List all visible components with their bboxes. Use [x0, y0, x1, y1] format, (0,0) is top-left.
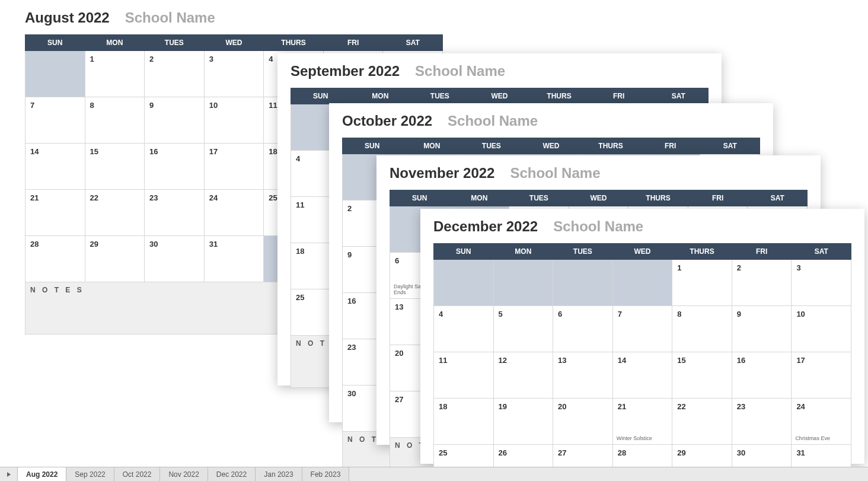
day-header: MON	[85, 35, 145, 51]
day-cell[interactable]: 19	[493, 399, 553, 445]
day-header: THURS	[529, 88, 589, 104]
tab-nav-button[interactable]	[0, 467, 18, 481]
day-header: MON	[493, 244, 553, 260]
day-number: 16	[737, 356, 787, 365]
day-header: FRI	[732, 244, 792, 260]
day-cell[interactable]: 2	[732, 260, 792, 306]
day-cell[interactable]: 1	[85, 51, 145, 97]
day-number: 30	[149, 240, 199, 249]
day-header: SUN	[434, 244, 494, 260]
sheet-tab[interactable]: Feb 2023	[302, 467, 350, 481]
day-cell[interactable]: 7	[612, 306, 672, 352]
day-cell[interactable]: 22	[85, 190, 145, 236]
day-number: 22	[90, 193, 140, 202]
sheet-tab[interactable]: Oct 2022	[114, 467, 161, 481]
day-cell[interactable]: 29	[85, 236, 145, 282]
day-cell[interactable]: 28	[25, 236, 85, 282]
day-cell[interactable]: 9	[732, 306, 792, 352]
day-header: WED	[612, 244, 672, 260]
day-cell[interactable]: 10	[204, 97, 264, 144]
svg-marker-0	[7, 472, 11, 477]
day-cell[interactable]: 15	[85, 144, 145, 190]
day-number: 14	[618, 356, 668, 365]
day-header: WED	[204, 35, 264, 51]
day-number: 12	[499, 356, 548, 365]
day-cell[interactable]: 11	[434, 352, 494, 399]
day-cell[interactable]: 21	[25, 190, 85, 236]
triangle-right-icon	[6, 472, 12, 477]
day-cell[interactable]: 3	[792, 260, 851, 306]
day-number: 11	[439, 356, 489, 365]
day-cell[interactable]: 2	[145, 51, 205, 97]
day-cell[interactable]: 24Christmas Eve	[792, 399, 851, 445]
sheet-tab-bar: Aug 2022Sep 2022Oct 2022Nov 2022Dec 2022…	[0, 467, 868, 481]
day-cell[interactable]: 5	[493, 306, 553, 352]
day-number: 27	[558, 448, 608, 457]
day-header: FRI	[323, 35, 383, 51]
sheet-tab[interactable]: Aug 2022	[18, 467, 66, 481]
sheet-tab[interactable]: Sep 2022	[66, 467, 114, 481]
day-header: THURS	[628, 190, 688, 206]
day-number: 21	[618, 402, 668, 411]
day-number: 1	[90, 55, 140, 63]
day-cell[interactable]: 7	[25, 97, 85, 144]
day-cell[interactable]	[434, 260, 494, 306]
day-number: 23	[149, 193, 199, 202]
day-number: 17	[209, 147, 259, 156]
day-cell[interactable]: 3	[204, 51, 264, 97]
day-header: THURS	[672, 244, 732, 260]
day-cell[interactable]: 9	[145, 97, 205, 144]
day-cell[interactable]	[493, 260, 553, 306]
school-name: School Name	[448, 113, 538, 129]
day-cell[interactable]: 14	[25, 144, 85, 190]
day-cell[interactable]: 24	[204, 190, 264, 236]
day-number: 6	[558, 310, 608, 318]
month-title: December 2022	[433, 218, 538, 235]
day-number: 9	[737, 310, 787, 318]
day-cell[interactable]	[553, 260, 613, 306]
day-cell[interactable]: 8	[672, 306, 732, 352]
day-cell[interactable]: 4	[434, 306, 494, 352]
sheet-tab[interactable]: Nov 2022	[160, 467, 208, 481]
day-number: 22	[677, 402, 727, 411]
day-cell[interactable]: 17	[792, 352, 851, 399]
sheet-tab[interactable]: Jan 2023	[256, 467, 302, 481]
day-cell[interactable]: 22	[672, 399, 732, 445]
day-cell[interactable]: 14	[612, 352, 672, 399]
day-number: 29	[90, 240, 140, 249]
month-title: August 2022	[25, 9, 110, 26]
day-cell[interactable]: 18	[434, 399, 494, 445]
day-number: 21	[30, 193, 80, 202]
day-number: 14	[30, 147, 80, 156]
day-number: 15	[677, 356, 727, 365]
day-cell[interactable]: 16	[732, 352, 792, 399]
day-cell[interactable]: 1	[672, 260, 732, 306]
day-number: 2	[149, 55, 199, 63]
day-cell[interactable]: 8	[85, 97, 145, 144]
day-cell[interactable]: 23	[732, 399, 792, 445]
day-cell[interactable]: 21Winter Solstice	[612, 399, 672, 445]
day-header: THURS	[264, 35, 324, 51]
day-cell[interactable]: 12	[493, 352, 553, 399]
day-header: FRI	[640, 138, 700, 154]
day-header: SAT	[700, 138, 760, 154]
day-cell[interactable]: 13	[553, 352, 613, 399]
day-header: WED	[470, 88, 529, 104]
day-cell[interactable]	[25, 51, 85, 97]
day-cell[interactable]: 20	[553, 399, 613, 445]
day-number: 2	[737, 263, 787, 272]
day-cell[interactable]: 30	[145, 236, 205, 282]
sheet-tab[interactable]: Dec 2022	[208, 467, 256, 481]
school-name: School Name	[553, 218, 643, 235]
day-cell[interactable]: 10	[792, 306, 851, 352]
day-cell[interactable]: 15	[672, 352, 732, 399]
day-cell[interactable]	[612, 260, 672, 306]
day-cell[interactable]: 23	[145, 190, 205, 236]
day-cell[interactable]: 17	[204, 144, 264, 190]
day-number: 23	[737, 402, 787, 411]
day-cell[interactable]: 31	[204, 236, 264, 282]
day-header: TUES	[410, 88, 470, 104]
day-number: 15	[90, 147, 140, 156]
day-cell[interactable]: 16	[145, 144, 205, 190]
day-cell[interactable]: 6	[553, 306, 613, 352]
